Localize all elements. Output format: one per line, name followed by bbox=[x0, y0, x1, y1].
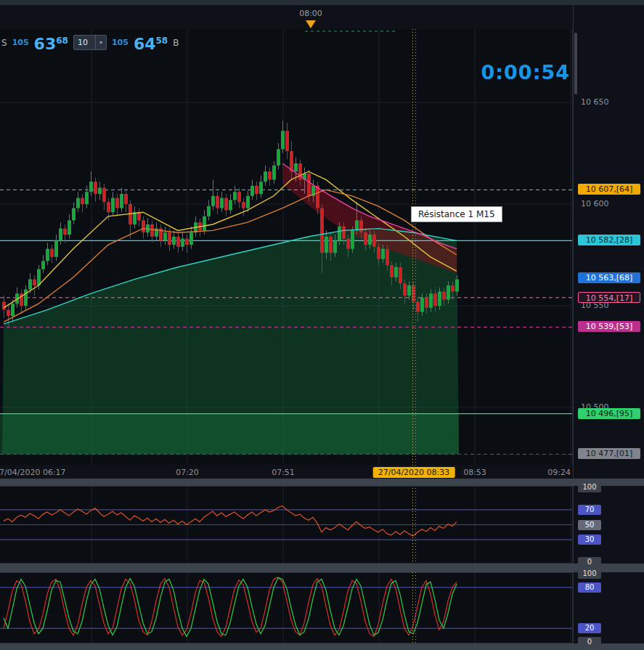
alert-marker-icon[interactable] bbox=[306, 20, 316, 28]
buy-price-button[interactable]: 6458 bbox=[134, 33, 168, 52]
trading-platform-window: 08:00 S 105 6368 10 ▾ 105 6458 B 0:00:54… bbox=[0, 0, 644, 650]
oscillator-axis-badge: 30 bbox=[578, 535, 601, 545]
panel-separator[interactable] bbox=[0, 479, 644, 486]
time-tick-label: 27/04/2020 06:17 bbox=[0, 468, 66, 477]
window-top-strip bbox=[0, 0, 644, 5]
sell-price-prefix[interactable]: 105 bbox=[12, 38, 29, 47]
buy-price-big: 64 bbox=[134, 35, 156, 53]
price-tick-label: 10 600 bbox=[581, 199, 609, 208]
time-tick-label: 09:24 bbox=[547, 468, 571, 477]
price-level-badge: 10 582,[28] bbox=[578, 235, 640, 245]
sell-price-button[interactable]: 6368 bbox=[34, 33, 68, 52]
price-level-badge: 10 477,[01] bbox=[578, 448, 640, 459]
price-level-badge: 10 554,[17] bbox=[578, 292, 640, 303]
price-level-badge: 10 496,[95] bbox=[578, 408, 640, 419]
oscillator-panel-1[interactable] bbox=[0, 486, 573, 564]
candle-countdown-timer: 0:00:54 bbox=[481, 61, 570, 84]
chevron-down-icon[interactable]: ▾ bbox=[95, 36, 106, 49]
oscillator-axis-badge: 0 bbox=[578, 637, 601, 647]
vertical-marker-line-2[interactable] bbox=[415, 29, 416, 643]
selected-time-badge: 27/04/2020 08:33 bbox=[373, 467, 455, 478]
quantity-value: 10 bbox=[74, 38, 95, 47]
oscillator-axis-badge: 80 bbox=[578, 582, 601, 593]
price-axis-divider bbox=[573, 5, 574, 643]
time-tick-label: 07:51 bbox=[272, 468, 295, 477]
oscillator-panel-2[interactable] bbox=[0, 572, 573, 643]
price-level-badge: 10 607,[64] bbox=[578, 184, 640, 195]
price-tick-label: 10 650 bbox=[581, 97, 609, 107]
price-level-badge: 10 563,[68] bbox=[578, 272, 640, 283]
oscillator-axis-badge: 50 bbox=[578, 520, 601, 530]
order-ticket: S 105 6368 10 ▾ 105 6458 B bbox=[1, 33, 179, 52]
quantity-dropdown[interactable]: 10 ▾ bbox=[73, 35, 107, 50]
price-level-badge: 10 539,[53] bbox=[578, 321, 640, 332]
vertical-marker-line[interactable] bbox=[412, 29, 413, 643]
time-tick-label: 07:20 bbox=[176, 468, 199, 477]
window-bottom-strip bbox=[0, 643, 644, 650]
time-tick-label: 08:53 bbox=[463, 468, 486, 477]
sell-price-sup: 68 bbox=[56, 36, 68, 46]
sell-side-label[interactable]: S bbox=[1, 38, 7, 48]
price-axis[interactable]: 10 65010 60010 55010 50010 607,[64]10 58… bbox=[575, 0, 644, 650]
oscillator-axis-badge: 100 bbox=[578, 569, 601, 579]
oscillator-axis-badge: 100 bbox=[578, 482, 601, 492]
buy-price-sup: 58 bbox=[156, 36, 168, 46]
sell-price-big: 63 bbox=[34, 35, 57, 53]
resistance-tooltip: Résistance 1 M15 bbox=[411, 206, 502, 222]
buy-price-prefix[interactable]: 105 bbox=[112, 38, 129, 47]
main-price-chart[interactable] bbox=[0, 29, 573, 465]
time-axis[interactable]: 27/04/2020 06:1707:2007:5108:5309:2427/0… bbox=[0, 467, 573, 479]
oscillator-axis-badge: 20 bbox=[578, 623, 601, 633]
oscillator-axis-badge: 70 bbox=[578, 505, 601, 515]
panel-separator[interactable] bbox=[0, 564, 644, 572]
buy-side-label[interactable]: B bbox=[173, 38, 179, 48]
oscillator-axis-badge: 0 bbox=[578, 557, 601, 567]
top-axis-time-label: 08:00 bbox=[299, 9, 322, 18]
